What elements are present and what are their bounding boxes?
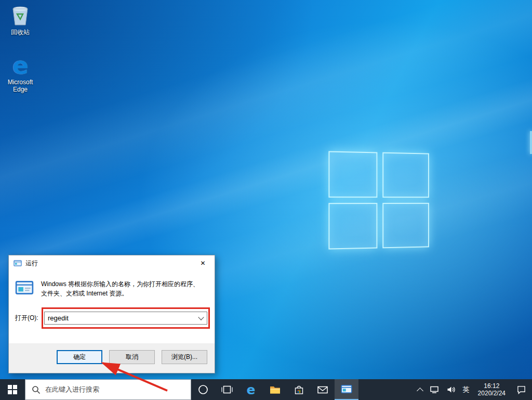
run-icon <box>15 279 35 297</box>
wallpaper-windows-logo <box>328 151 429 249</box>
wallpaper-streak <box>530 131 532 154</box>
taskbar: 在此键入进行搜索 e <box>0 379 532 400</box>
desktop-icon-microsoft-edge[interactable]: e Microsoft Edge <box>0 53 41 93</box>
cortana-button[interactable] <box>191 379 215 400</box>
windows-logo-pane <box>382 152 429 198</box>
run-dialog-title: 运行 <box>25 259 191 268</box>
store-button[interactable] <box>287 379 311 400</box>
search-placeholder: 在此键入进行搜索 <box>45 385 99 394</box>
search-icon <box>32 385 41 394</box>
run-taskbar-button[interactable] <box>335 379 358 400</box>
windows-logo-pane <box>328 203 377 250</box>
task-view-icon <box>221 385 233 394</box>
taskbar-spacer <box>358 379 414 400</box>
action-center-button[interactable] <box>510 379 532 400</box>
network-button[interactable] <box>426 379 443 400</box>
clock[interactable]: 16:12 2020/2/24 <box>473 379 510 400</box>
ime-indicator[interactable]: 英 <box>459 379 473 400</box>
desktop-icon-label: Microsoft Edge <box>0 79 41 93</box>
ok-button[interactable]: 确定 <box>57 350 102 364</box>
tray-date: 2020/2/24 <box>478 390 506 397</box>
mail-button[interactable] <box>311 379 335 400</box>
run-dialog-footer: 确定 取消 浏览(B)... <box>9 343 215 373</box>
task-view-button[interactable] <box>215 379 239 400</box>
tray-expand-button[interactable] <box>414 379 426 400</box>
chevron-up-icon <box>417 388 423 394</box>
mail-icon <box>317 385 328 394</box>
open-combobox-value: regedit <box>48 314 195 322</box>
run-dialog: 运行 ✕ Windows 将根据你所输入的名称，为你打开相应的程序、 文件夹、文… <box>8 255 215 373</box>
file-explorer-icon <box>269 384 281 395</box>
cancel-button[interactable]: 取消 <box>109 350 155 364</box>
windows-start-icon <box>8 385 17 394</box>
run-dialog-titlebar[interactable]: 运行 ✕ <box>9 255 215 271</box>
open-combobox[interactable]: regedit <box>44 312 207 325</box>
desktop-icon-recycle-bin[interactable]: 回收站 <box>0 3 41 36</box>
close-icon[interactable]: ✕ <box>191 255 215 271</box>
windows-logo-pane <box>382 203 429 248</box>
open-label: 打开(O): <box>15 314 44 322</box>
edge-icon: e <box>0 53 41 77</box>
search-box[interactable]: 在此键入进行搜索 <box>25 379 191 400</box>
run-window-icon <box>341 384 352 394</box>
chevron-down-icon[interactable] <box>195 312 207 324</box>
network-icon <box>430 385 439 394</box>
edge-icon: e <box>247 383 256 396</box>
run-dialog-description: Windows 将根据你所输入的名称，为你打开相应的程序、 文件夹、文档或 In… <box>41 279 199 298</box>
volume-icon <box>446 385 456 394</box>
system-tray: 英 16:12 2020/2/24 <box>414 379 532 400</box>
windows-logo-pane <box>328 151 377 198</box>
desktop-icon-label: 回收站 <box>0 29 41 36</box>
edge-taskbar-button[interactable]: e <box>239 379 263 400</box>
desktop: 回收站 e Microsoft Edge 运行 ✕ <box>0 0 532 379</box>
recycle-bin-icon <box>0 3 41 27</box>
cortana-icon <box>197 384 209 395</box>
file-explorer-button[interactable] <box>263 379 287 400</box>
volume-button[interactable] <box>443 379 459 400</box>
run-dialog-icon <box>14 260 22 267</box>
browse-button[interactable]: 浏览(B)... <box>162 350 207 364</box>
store-icon <box>294 384 304 395</box>
start-button[interactable] <box>0 379 25 400</box>
tray-time: 16:12 <box>484 382 499 390</box>
run-dialog-body: Windows 将根据你所输入的名称，为你打开相应的程序、 文件夹、文档或 In… <box>9 271 215 325</box>
action-center-icon <box>516 385 526 394</box>
wallpaper-light-beam <box>0 0 532 245</box>
